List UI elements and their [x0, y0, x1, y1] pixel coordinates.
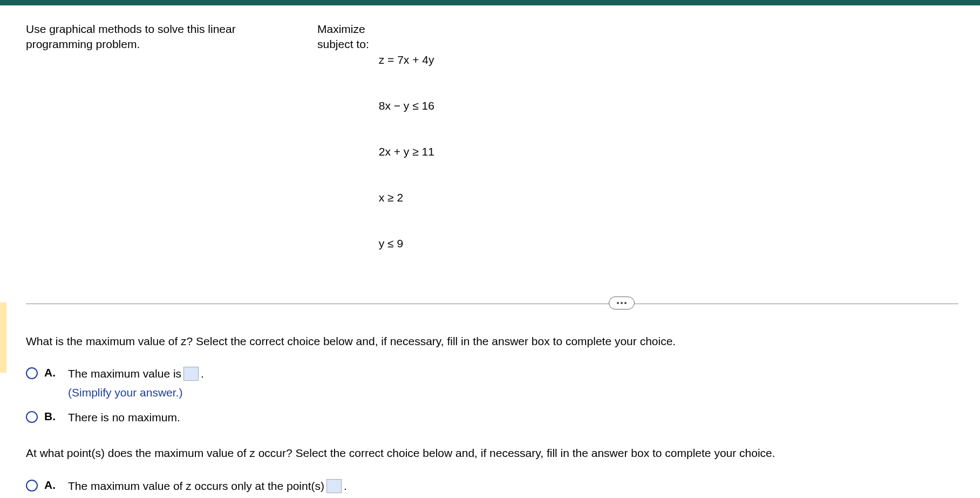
problem-intro: Use graphical methods to solve this line…	[26, 22, 253, 282]
q1-a-text-before: The maximum value is	[68, 366, 181, 381]
q1-b-body: There is no maximum.	[68, 410, 180, 425]
constraint-2: 2x + y ≥ 11	[379, 144, 434, 159]
q1-a-text-after: .	[201, 366, 204, 381]
objective-math: z = 7x + 4y 8x − y ≤ 16 2x + y ≥ 11 x ≥ …	[379, 22, 434, 282]
side-highlight	[0, 302, 6, 373]
objective-block: Maximize subject to: z = 7x + 4y 8x − y …	[317, 22, 434, 282]
constraint-1: 8x − y ≤ 16	[379, 98, 434, 113]
q2-a-answer-input[interactable]	[326, 479, 342, 493]
maximize-label: Maximize	[317, 22, 369, 37]
question-2-prompt: At what point(s) does the maximum value …	[26, 446, 958, 461]
q1-choice-a: A. The maximum value is . (Simplify your…	[26, 366, 958, 400]
question-1-prompt: What is the maximum value of z? Select t…	[26, 334, 958, 349]
q2-choice-a: A. The maximum value of z occurs only at…	[26, 479, 958, 498]
question-1-choices: A. The maximum value is . (Simplify your…	[26, 366, 958, 425]
objective-labels: Maximize subject to:	[317, 22, 369, 282]
q2-a-line: The maximum value of z occurs only at th…	[68, 479, 420, 494]
radio-q1-a[interactable]	[26, 367, 38, 379]
radio-q2-a[interactable]	[26, 480, 38, 492]
q1-a-body: The maximum value is . (Simplify your an…	[68, 366, 204, 400]
more-button[interactable]	[609, 297, 635, 309]
q1-choice-b: B. There is no maximum.	[26, 410, 958, 425]
question-2-choices: A. The maximum value of z occurs only at…	[26, 479, 958, 498]
page-wrapper: Use graphical methods to solve this line…	[0, 0, 980, 498]
q2-a-text-after: .	[344, 479, 347, 494]
q1-a-line: The maximum value is .	[68, 366, 204, 381]
constraint-4: y ≤ 9	[379, 236, 434, 251]
content-area: Use graphical methods to solve this line…	[0, 5, 980, 498]
q2-a-text-before: The maximum value of z occurs only at th…	[68, 479, 324, 494]
divider-row	[26, 304, 958, 304]
q1-a-answer-input[interactable]	[183, 367, 199, 381]
more-icon	[624, 302, 627, 304]
q2-a-label: A.	[44, 479, 58, 492]
more-icon	[621, 302, 623, 304]
constraint-3: x ≥ 2	[379, 190, 434, 205]
divider	[26, 304, 958, 304]
top-accent-bar	[0, 0, 980, 5]
q1-b-label: B.	[44, 410, 58, 423]
q2-a-body: The maximum value of z occurs only at th…	[68, 479, 420, 498]
objective-fn: z = 7x + 4y	[379, 52, 434, 68]
more-icon	[617, 302, 619, 304]
radio-q1-b[interactable]	[26, 411, 38, 423]
q1-a-label: A.	[44, 366, 58, 379]
q1-a-hint: (Simplify your answer.)	[68, 385, 204, 400]
q1-b-text: There is no maximum.	[68, 410, 180, 425]
subject-to-label: subject to:	[317, 37, 369, 52]
problem-header: Use graphical methods to solve this line…	[26, 22, 958, 282]
q1-b-line: There is no maximum.	[68, 410, 180, 425]
